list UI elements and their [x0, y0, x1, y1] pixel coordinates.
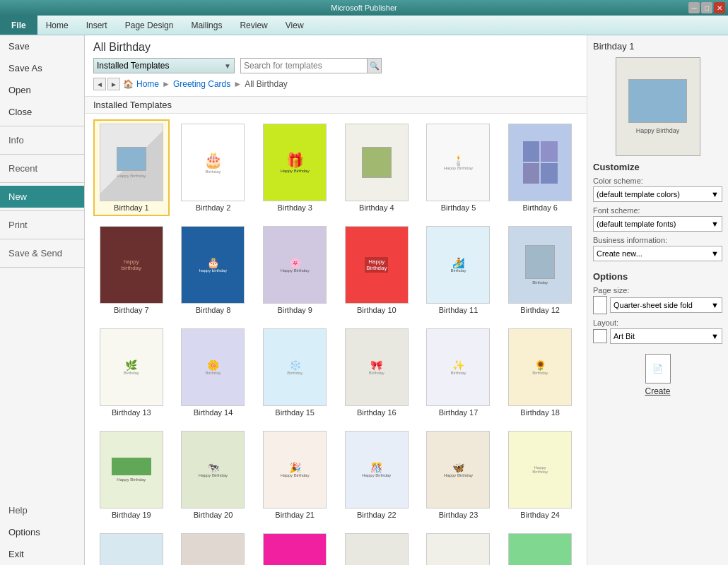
- template-item-14[interactable]: 🌼 Birthday Birthday 14: [175, 324, 252, 421]
- sidebar-item-help[interactable]: Help: [0, 499, 84, 521]
- template-label-3: Birthday 3: [277, 203, 312, 212]
- template-item-22[interactable]: 🎊 Happy Birthday Birthday 22: [339, 427, 415, 523]
- window-controls: ─ □ ✕: [688, 2, 725, 13]
- template-label-9: Birthday 9: [277, 306, 312, 314]
- forward-button[interactable]: ►: [107, 78, 120, 90]
- font-scheme-value: (default template fonts): [597, 220, 676, 228]
- template-item-29[interactable]: 🌺 Birthday 29: [421, 529, 497, 565]
- template-item-24[interactable]: HappyBirthday Birthday 24: [502, 427, 578, 523]
- file-tab[interactable]: File: [0, 16, 37, 35]
- template-grid: Happy Birthday Birthday 1 🎂 Birthday Bir…: [93, 119, 578, 565]
- template-item-6[interactable]: Birthday 6: [502, 119, 578, 216]
- tab-mailings[interactable]: Mailings: [182, 16, 231, 35]
- dropdown-arrow-icon: ▼: [224, 62, 231, 70]
- tab-insert[interactable]: Insert: [78, 16, 117, 35]
- sidebar-item-new[interactable]: New: [0, 186, 84, 208]
- template-item-1[interactable]: Happy Birthday Birthday 1: [93, 119, 170, 216]
- template-thumb-1: Happy Birthday: [100, 124, 163, 201]
- template-thumb-29: 🌺: [426, 533, 490, 565]
- color-scheme-dropdown[interactable]: (default template colors) ▼: [593, 186, 722, 202]
- main-layout: Save Save As Open Close Info Recent New …: [0, 35, 728, 565]
- template-item-11[interactable]: 🏄 Birthday Birthday 11: [421, 222, 497, 319]
- template-thumb-11: 🏄 Birthday: [426, 226, 490, 304]
- sidebar-item-open[interactable]: Open: [0, 79, 84, 101]
- template-item-17[interactable]: ✨ Birthday Birthday 17: [421, 324, 497, 421]
- template-item-9[interactable]: 🌸 Happy Birthday Birthday 9: [257, 222, 333, 319]
- template-item-13[interactable]: 🌿 Birthday Birthday 13: [93, 324, 170, 421]
- layout-dropdown[interactable]: Art Bit ▼: [610, 328, 722, 344]
- tab-page-design[interactable]: Page Design: [117, 16, 183, 35]
- template-source-dropdown[interactable]: Installed Templates ▼: [93, 58, 235, 73]
- title-bar: Microsoft Publisher ─ □ ✕: [0, 0, 728, 16]
- template-label-8: Birthday 8: [196, 306, 231, 314]
- template-item-15[interactable]: ❄️ Birthday Birthday 15: [257, 324, 333, 421]
- template-item-19[interactable]: Happy Birthday Birthday 19: [93, 427, 170, 523]
- template-thumb-18: 🌻 Birthday: [508, 328, 572, 406]
- tab-review[interactable]: Review: [231, 16, 276, 35]
- page-title: All Birthday: [93, 41, 578, 54]
- breadcrumb-home[interactable]: Home: [136, 79, 159, 89]
- search-input[interactable]: [241, 59, 367, 73]
- page-size-dropdown[interactable]: Quarter-sheet side fold ▼: [610, 297, 722, 313]
- create-button[interactable]: Create: [645, 386, 670, 396]
- sidebar-item-options[interactable]: Options: [0, 521, 84, 543]
- template-item-10[interactable]: HappyBirthday Birthday 10: [339, 222, 415, 319]
- template-thumb-10: HappyBirthday: [345, 226, 409, 304]
- template-label-15: Birthday 15: [275, 408, 315, 417]
- search-button[interactable]: 🔍: [367, 59, 381, 73]
- sidebar-item-save[interactable]: Save: [0, 35, 84, 57]
- page-size-arrow: ▼: [711, 301, 719, 309]
- tab-view[interactable]: View: [277, 16, 313, 35]
- template-item-23[interactable]: 🦋 Happy Birthday Birthday 23: [421, 427, 497, 523]
- template-thumb-12: Birthday: [508, 226, 572, 304]
- sidebar-divider-2: [0, 154, 84, 155]
- template-thumb-20: 🐄 Happy Birthday: [181, 431, 245, 509]
- sidebar-item-exit[interactable]: Exit: [0, 543, 84, 565]
- sidebar-item-print[interactable]: Print: [0, 214, 84, 236]
- sidebar-item-save-as[interactable]: Save As: [0, 57, 84, 79]
- template-item-21[interactable]: 🎉 Happy Birthday Birthday 21: [257, 427, 333, 523]
- template-item-5[interactable]: 🕯️ Happy Birthday Birthday 5: [421, 119, 497, 216]
- template-item-8[interactable]: 🎂 happy birthday Birthday 8: [175, 222, 252, 319]
- sidebar-item-info[interactable]: Info: [0, 129, 84, 151]
- back-button[interactable]: ◄: [93, 78, 106, 90]
- template-item-18[interactable]: 🌻 Birthday Birthday 18: [502, 324, 578, 421]
- sidebar-item-close[interactable]: Close: [0, 101, 84, 123]
- template-item-12[interactable]: Birthday Birthday 12: [502, 222, 578, 319]
- sidebar-divider-6: [0, 267, 84, 268]
- template-thumb-24: HappyBirthday: [508, 431, 572, 509]
- font-scheme-dropdown[interactable]: (default template fonts) ▼: [593, 216, 722, 232]
- template-label-12: Birthday 12: [520, 306, 560, 314]
- template-item-28[interactable]: 🌸 Birthday 28: [339, 529, 415, 565]
- business-info-label: Business information:: [593, 236, 722, 244]
- sidebar: Save Save As Open Close Info Recent New …: [0, 35, 85, 565]
- tab-home[interactable]: Home: [37, 16, 78, 35]
- template-item-3[interactable]: 🎁 Happy Birthday Birthday 3: [257, 119, 333, 216]
- template-thumb-27: 🎀: [263, 533, 327, 565]
- template-item-26[interactable]: 🐄🌾 Birthday 26: [175, 529, 252, 565]
- template-item-16[interactable]: 🎀 Birthday Birthday 16: [339, 324, 415, 421]
- template-item-20[interactable]: 🐄 Happy Birthday Birthday 20: [175, 427, 252, 523]
- template-item-25[interactable]: 🏰 Birthday 25: [93, 529, 170, 565]
- sidebar-item-save-send[interactable]: Save & Send: [0, 242, 84, 264]
- template-thumb-28: 🌸: [345, 533, 409, 565]
- business-info-dropdown[interactable]: Create new... ▼: [593, 246, 722, 261]
- template-item-7[interactable]: happybirthday Birthday 7: [93, 222, 170, 319]
- minimize-button[interactable]: ─: [688, 2, 700, 13]
- customize-section: Customize Color scheme: (default templat…: [593, 162, 722, 266]
- breadcrumb-current: All Birthday: [245, 79, 288, 89]
- template-thumb-15: ❄️ Birthday: [263, 328, 327, 406]
- sidebar-item-recent[interactable]: Recent: [0, 157, 84, 179]
- template-item-30[interactable]: 🌿 Birthday 30: [502, 529, 578, 565]
- template-item-27[interactable]: 🎀 Birthday 27: [257, 529, 333, 565]
- template-label-2: Birthday 2: [196, 203, 231, 212]
- document-icon: 📄: [652, 364, 663, 374]
- template-item-2[interactable]: 🎂 Birthday Birthday 2: [175, 119, 252, 216]
- color-scheme-arrow: ▼: [711, 190, 719, 198]
- breadcrumb-greeting-cards[interactable]: Greeting Cards: [173, 79, 230, 89]
- restore-button[interactable]: □: [701, 2, 712, 13]
- template-item-4[interactable]: Birthday 4: [339, 119, 415, 216]
- page-size-row: Quarter-sheet side fold ▼: [593, 296, 722, 314]
- close-button[interactable]: ✕: [714, 2, 725, 13]
- template-label-11: Birthday 11: [439, 306, 479, 314]
